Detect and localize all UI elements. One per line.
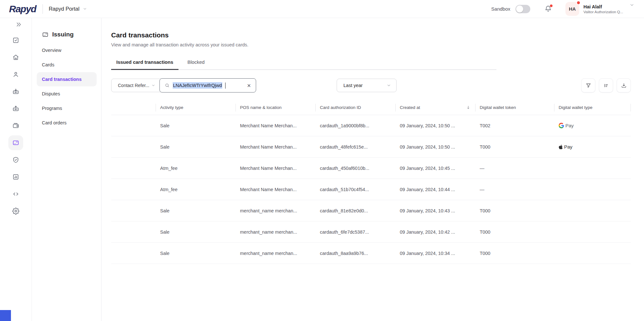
search-field-selector[interactable]: Contact Refer... — [111, 83, 160, 88]
card-icon — [42, 31, 49, 38]
table-header-row: Activity type POS name & location Card a… — [111, 100, 631, 115]
sort-desc-icon[interactable] — [466, 105, 471, 110]
cell-auth-id: cardauth_6fe7dc5387... — [315, 229, 395, 235]
divider — [43, 4, 43, 14]
table-row[interactable]: Sale Merchant Name Merchan... cardauth_4… — [111, 136, 631, 158]
table-row[interactable]: Sale merchant_name merchan... cardauth_8… — [111, 200, 631, 221]
rail-item-collect[interactable] — [8, 84, 23, 99]
col-label: Card authorization ID — [320, 105, 361, 110]
avatar-initials: HA — [569, 6, 576, 12]
filter-button[interactable] — [581, 78, 595, 92]
sidebar-title: Issuing — [42, 31, 101, 38]
cell-pos: merchant_name merchan... — [235, 208, 315, 213]
cell-pos: Merchant Name Merchan... — [235, 144, 315, 150]
cell-auth-id: cardauth_48fefc615e... — [315, 144, 395, 150]
rail-item-disburse[interactable] — [8, 101, 23, 116]
col-wallet-token: Digital wallet token — [475, 105, 554, 110]
col-created-at[interactable]: Created at — [395, 105, 475, 110]
rail-item-verify[interactable] — [8, 152, 23, 167]
user-meta: Hai Alalf Valitor Authorization Q... — [583, 4, 623, 14]
sidebar-nav: Overview Cards Card transactions Dispute… — [32, 43, 101, 130]
cell-token: T000 — [475, 251, 554, 256]
cell-auth-id: cardauth_1a9000bf8b... — [315, 123, 395, 128]
text-caret — [225, 83, 226, 89]
filter-row: Contact Refer... LNAJefIcWTrYwIfrQjwd ✕ … — [111, 78, 631, 92]
cell-created: 09 January, 2024, 10:34 ... — [395, 251, 475, 256]
cell-created: 09 January, 2024, 10:50 ... — [395, 123, 475, 128]
cell-created: 09 January, 2024, 10:43 ... — [395, 208, 475, 213]
rail-item-contacts[interactable] — [8, 67, 23, 82]
rail-item-issuing[interactable] — [8, 135, 23, 150]
tab-blocked[interactable]: Blocked — [182, 55, 210, 69]
search-icon — [165, 83, 170, 88]
sidebar-item-cards[interactable]: Cards — [37, 58, 97, 72]
cell-pos: Merchant Name Merchan... — [235, 187, 315, 192]
table-row[interactable]: Sale Merchant Name Merchan... cardauth_1… — [111, 115, 631, 136]
corner-widget[interactable] — [0, 310, 11, 321]
chevron-down-icon — [83, 7, 87, 11]
cell-created: 09 January, 2024, 10:42 ... — [395, 229, 475, 235]
bar-chart-icon — [12, 173, 19, 180]
cell-activity: Sale — [156, 208, 235, 213]
chevron-down-icon — [151, 83, 155, 87]
table-row[interactable]: Atm_fee Merchant Name Merchan... cardaut… — [111, 179, 631, 200]
rail-item-tasks[interactable] — [8, 33, 23, 48]
cell-activity: Sale — [156, 251, 235, 256]
google-pay-logo: Pay — [554, 123, 631, 128]
toggle-knob — [516, 5, 523, 13]
cell-token: — — [475, 187, 554, 192]
workspace-switcher[interactable]: Rapyd Portal — [49, 6, 87, 12]
google-g-icon — [559, 123, 564, 128]
clear-search-button[interactable]: ✕ — [247, 83, 251, 88]
rail-item-developers[interactable] — [8, 187, 23, 201]
user-menu[interactable]: HA Hai Alalf Valitor Authorization Q... — [565, 2, 634, 16]
chevron-down-icon — [630, 3, 634, 7]
rail-item-home[interactable] — [8, 50, 23, 65]
col-wallet-type: Digital wallet type — [554, 105, 631, 110]
sandbox-toggle[interactable] — [515, 5, 530, 13]
search-filter-control: Contact Refer... LNAJefIcWTrYwIfrQjwd ✕ — [111, 79, 256, 92]
rapyd-logo: Rapyd — [9, 4, 36, 14]
expand-sidebar-button[interactable] — [14, 20, 23, 29]
cell-auth-id: cardauth_81e82e0d0... — [315, 208, 395, 213]
col-label: Activity type — [160, 105, 183, 110]
issuing-sidebar: Issuing Overview Cards Card transactions… — [32, 18, 101, 321]
chevron-down-icon — [387, 83, 391, 88]
table-toolbar — [581, 78, 631, 92]
table-row[interactable]: Sale merchant_name merchan... cardauth_6… — [111, 221, 631, 243]
rail-item-reports[interactable] — [8, 170, 23, 184]
tab-issued-card-transactions[interactable]: Issued card transactions — [111, 55, 178, 70]
sidebar-item-overview[interactable]: Overview — [37, 43, 97, 57]
date-range-value: Last year — [343, 83, 363, 88]
cell-created: 09 January, 2024, 10:45 ... — [395, 166, 475, 171]
cell-auth-id: cardauth_8aa9a9b76... — [315, 251, 395, 256]
top-right-cluster: Sandbox HA Hai Alalf Valitor Authorizati… — [491, 2, 634, 16]
transactions-table: Activity type POS name & location Card a… — [111, 100, 631, 264]
workspace-label: Rapyd Portal — [49, 6, 79, 12]
main-content: Card transactions View and manage all tr… — [102, 18, 644, 321]
cell-pos: Merchant Name Merchan... — [235, 166, 315, 171]
cell-created: 09 January, 2024, 10:50 ... — [395, 144, 475, 150]
rail-item-settings[interactable] — [8, 204, 23, 219]
col-card-auth-id: Card authorization ID — [315, 105, 395, 110]
cell-activity: Sale — [156, 144, 235, 150]
notifications-button[interactable] — [544, 5, 552, 13]
sidebar-item-card-orders[interactable]: Card orders — [37, 116, 97, 130]
table-row[interactable]: Sale merchant_name merchan... cardauth_8… — [111, 243, 631, 264]
date-range-select[interactable]: Last year — [337, 79, 397, 92]
col-label: Digital wallet type — [559, 105, 592, 110]
col-label: POS name & location — [240, 105, 282, 110]
table-row[interactable]: Atm_fee Merchant Name Merchan... cardaut… — [111, 158, 631, 179]
cell-token: T000 — [475, 208, 554, 213]
cell-activity: Sale — [156, 229, 235, 235]
sort-button[interactable] — [599, 78, 613, 92]
sidebar-item-disputes[interactable]: Disputes — [37, 87, 97, 101]
download-button[interactable] — [617, 78, 631, 92]
sidebar-item-programs[interactable]: Programs — [37, 101, 97, 115]
search-input[interactable]: LNAJefIcWTrYwIfrQjwd ✕ — [159, 78, 256, 92]
sidebar-item-card-transactions[interactable]: Card transactions — [37, 72, 97, 86]
notification-badge — [550, 5, 553, 7]
pay-label: Pay — [564, 144, 572, 150]
rail-item-wallet[interactable] — [8, 118, 23, 133]
page-title: Card transactions — [111, 31, 631, 39]
